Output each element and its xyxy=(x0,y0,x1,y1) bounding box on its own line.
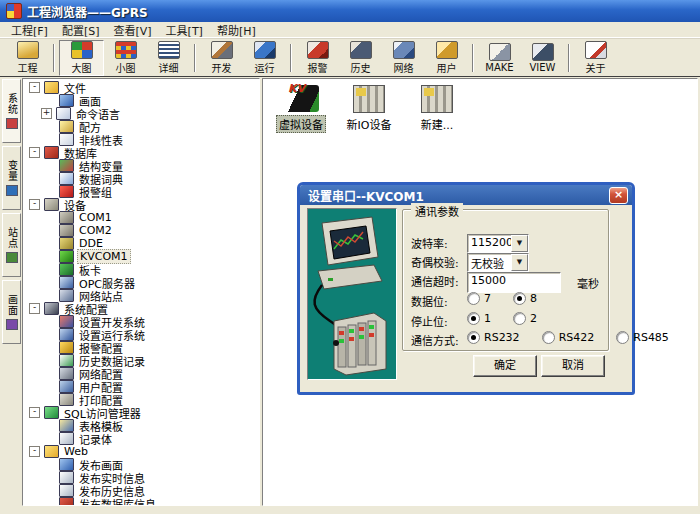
baud-label: 波特率: xyxy=(411,235,448,251)
menu-item[interactable]: 帮助[H] xyxy=(210,22,263,38)
tree-item-画面[interactable]: 画面 xyxy=(23,94,259,107)
menu-item[interactable]: 工具[T] xyxy=(159,22,210,38)
tree-item-KVCOM1[interactable]: KVCOM1 xyxy=(23,250,259,263)
toolbar-button-VIEW[interactable]: VIEW xyxy=(521,41,564,75)
toolbar-separator xyxy=(290,44,292,72)
parity-select[interactable]: 无校验▼ xyxy=(467,253,529,272)
project-icon xyxy=(17,41,39,59)
tree-item-COM1[interactable]: COM1 xyxy=(23,211,259,224)
tree-item-SQL访问管理器[interactable]: -SQL访问管理器 xyxy=(23,406,259,419)
comm-mode-option-RS422[interactable]: RS422 xyxy=(542,331,595,344)
devices-icon xyxy=(44,198,59,211)
close-icon[interactable]: × xyxy=(609,187,628,204)
toolbar-button-label: MAKE xyxy=(483,62,515,73)
expand-toggle-icon[interactable]: - xyxy=(29,407,40,418)
database-icon xyxy=(44,146,59,159)
tree-item-网络站点[interactable]: 网络站点 xyxy=(23,289,259,302)
folder-icon xyxy=(44,81,59,94)
toolbar-button-历史[interactable]: 历史 xyxy=(339,41,382,75)
side-tab-label: 变量 xyxy=(7,160,17,182)
window-titlebar[interactable]: 工程浏览器——GPRS xyxy=(0,0,700,22)
side-tab-画面[interactable]: 画面 xyxy=(2,280,21,344)
toolbar-button-label: 关于 xyxy=(584,60,608,75)
toolbar-button-详细[interactable]: 详细 xyxy=(147,41,190,75)
cancel-button[interactable]: 取消 xyxy=(541,355,605,377)
tree-item-发布数据库信息[interactable]: 发布数据库信息 xyxy=(23,497,259,506)
timeout-input[interactable]: 15000 xyxy=(467,272,561,293)
tree-item-配方[interactable]: 配方 xyxy=(23,120,259,133)
stations-tab-icon xyxy=(6,252,18,263)
chevron-down-icon[interactable]: ▼ xyxy=(511,254,528,271)
toolbar-button-MAKE[interactable]: MAKE xyxy=(478,41,521,75)
system-config-icon xyxy=(44,302,59,315)
toolbar-button-运行[interactable]: 运行 xyxy=(243,41,286,75)
publish-realtime-icon xyxy=(59,471,74,484)
tree-item-结构变量[interactable]: 结构变量 xyxy=(23,159,259,172)
tree-item-用户配置[interactable]: 用户配置 xyxy=(23,380,259,393)
menu-item[interactable]: 查看[V] xyxy=(107,22,159,38)
tree-item-非线性表[interactable]: 非线性表 xyxy=(23,133,259,146)
side-tab-变量[interactable]: 变量 xyxy=(2,146,21,210)
toolbar-button-关于[interactable]: 关于 xyxy=(574,41,617,75)
tree-item-label: 发布数据库信息 xyxy=(77,496,158,507)
toolbar-button-开发[interactable]: 开发 xyxy=(200,41,243,75)
large-icons-icon xyxy=(71,41,93,59)
tree-item-设备[interactable]: -设备 xyxy=(23,198,259,211)
history-icon xyxy=(350,41,372,59)
tree-item-Web[interactable]: -Web xyxy=(23,445,259,458)
baud-select[interactable]: 115200▼ xyxy=(467,234,529,253)
tree-item-COM2[interactable]: COM2 xyxy=(23,224,259,237)
toolbar-button-网络[interactable]: 网络 xyxy=(382,41,425,75)
data-bits-label: 数据位: xyxy=(411,293,448,309)
toolbar-button-label: 开发 xyxy=(210,60,234,75)
tree-item-表格模板[interactable]: 表格模板 xyxy=(23,419,259,432)
tree-item-文件[interactable]: -文件 xyxy=(23,81,259,94)
tree-item-数据库[interactable]: -数据库 xyxy=(23,146,259,159)
stop-bits-option-2[interactable]: 2 xyxy=(513,312,537,325)
chevron-down-icon[interactable]: ▼ xyxy=(511,235,528,252)
toolbar-button-工程[interactable]: 工程 xyxy=(6,41,49,75)
expand-toggle-icon[interactable]: - xyxy=(29,303,40,314)
side-tab-系统[interactable]: 系统 xyxy=(2,79,21,143)
data-bits-option-8[interactable]: 8 xyxy=(513,292,537,305)
device-item-新建...[interactable]: 新建... xyxy=(409,83,465,133)
side-tab-站点[interactable]: 站点 xyxy=(2,213,21,277)
stop-bits-option-1[interactable]: 1 xyxy=(467,312,491,325)
expand-toggle-icon[interactable]: - xyxy=(29,82,40,93)
publish-screen-icon xyxy=(59,458,74,471)
data-bits-option-7[interactable]: 7 xyxy=(467,292,491,305)
dialog-titlebar[interactable]: 设置串口--KVCOM1 × xyxy=(300,185,632,205)
radio-label: 8 xyxy=(530,292,537,305)
expand-toggle-icon[interactable]: - xyxy=(29,199,40,210)
comm-mode-option-RS232[interactable]: RS232 xyxy=(467,331,520,344)
tree-item-历史数据记录[interactable]: 历史数据记录 xyxy=(23,354,259,367)
tree-item-OPC服务器[interactable]: OPC服务器 xyxy=(23,276,259,289)
device-item-虚拟设备[interactable]: KV虚拟设备 xyxy=(273,83,329,133)
tree-item-数据词典[interactable]: 数据词典 xyxy=(23,172,259,185)
tree-item-网络配置[interactable]: 网络配置 xyxy=(23,367,259,380)
tree-item-板卡[interactable]: 板卡 xyxy=(23,263,259,276)
tree-item-设置运行系统[interactable]: 设置运行系统 xyxy=(23,328,259,341)
toolbar-button-小图[interactable]: 小图 xyxy=(104,41,147,75)
comm-mode-option-RS485[interactable]: RS485 xyxy=(616,331,669,344)
menu-item[interactable]: 工程[F] xyxy=(4,22,55,38)
ok-button[interactable]: 确定 xyxy=(473,355,537,377)
tree-item-记录体[interactable]: 记录体 xyxy=(23,432,259,445)
network-icon xyxy=(393,41,415,59)
expand-toggle-icon[interactable]: - xyxy=(29,147,40,158)
expand-toggle-icon[interactable]: - xyxy=(29,446,40,457)
menu-item[interactable]: 配置[S] xyxy=(55,22,107,38)
expand-toggle-icon[interactable]: + xyxy=(41,108,52,119)
tree-item-报警组[interactable]: 报警组 xyxy=(23,185,259,198)
toolbar-button-报警[interactable]: 报警 xyxy=(296,41,339,75)
device-item-新IO设备[interactable]: 新IO设备 xyxy=(341,83,397,133)
tree-item-label: COM1 xyxy=(77,211,114,224)
project-tree[interactable]: -文件画面+命令语言配方非线性表-数据库结构变量数据词典报警组-设备COM1CO… xyxy=(22,78,260,506)
kv-com-icon xyxy=(59,250,74,263)
details-icon xyxy=(158,41,180,59)
tree-item-命令语言[interactable]: +命令语言 xyxy=(23,107,259,120)
toolbar-button-大图[interactable]: 大图 xyxy=(59,40,104,76)
device-icon-list: KV虚拟设备新IO设备新建... xyxy=(263,79,697,137)
toolbar-button-用户[interactable]: 用户 xyxy=(425,41,468,75)
tree-item-DDE[interactable]: DDE xyxy=(23,237,259,250)
